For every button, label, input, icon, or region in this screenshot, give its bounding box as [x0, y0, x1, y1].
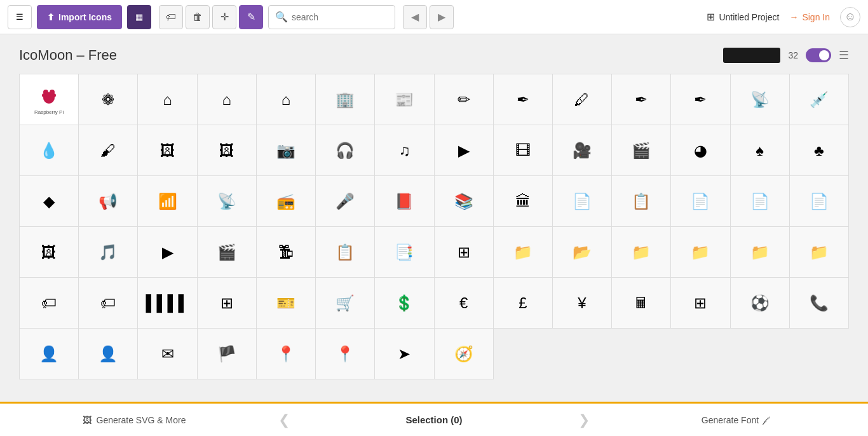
raspberry-pi-logo: Raspberry Pi — [34, 84, 64, 116]
icon-cell-video-camera[interactable]: 🎥 — [553, 125, 612, 176]
icon-cell-qr-code[interactable]: ⊞ — [198, 278, 257, 329]
icon-cell-home-filled[interactable]: ⌂ — [138, 74, 197, 125]
icon-cell-nib[interactable]: ✒ — [494, 74, 553, 125]
library-button[interactable]: ▦ — [127, 5, 151, 29]
icon-cell-file-empty[interactable]: 📄 — [671, 176, 730, 227]
icon-cell-folder-minus[interactable]: 📁 — [671, 227, 730, 278]
icon-cell-film-reel[interactable]: 🎬 — [612, 125, 671, 176]
icon-cell-pacman[interactable]: ◕ — [671, 125, 730, 176]
icon-glyph: 📢 — [98, 194, 118, 209]
delete-toolbar-button[interactable]: 🗑 — [186, 5, 210, 29]
icon-cell-podcast[interactable]: 📡 — [198, 176, 257, 227]
color-swatch[interactable] — [723, 48, 780, 63]
icon-cell-location-outline[interactable]: 📍 — [316, 329, 375, 379]
edit-toolbar-button[interactable]: ✎ — [239, 5, 263, 29]
icon-cell-folder-download[interactable]: 📁 — [731, 227, 790, 278]
icon-cell-location[interactable]: 📍 — [257, 329, 316, 379]
icon-cell-pen-nib[interactable]: ✒ — [612, 74, 671, 125]
icon-cell-compass[interactable]: 🧭 — [435, 329, 494, 379]
icon-cell-broadcast[interactable]: 📡 — [731, 74, 790, 125]
library-icon: ▦ — [135, 12, 143, 22]
icon-cell-file-lines[interactable]: 📄 — [731, 176, 790, 227]
icon-cell-soccer[interactable]: ⚽ — [731, 278, 790, 329]
forward-button[interactable]: ▶ — [430, 5, 454, 29]
icon-glyph: ♣ — [814, 143, 824, 158]
icon-cell-person-outline[interactable]: 👤 — [79, 329, 138, 379]
move-toolbar-button[interactable]: ✛ — [212, 5, 236, 29]
icon-cell-club[interactable]: ♣ — [790, 125, 849, 176]
icon-cell-folder-upload[interactable]: 📁 — [790, 227, 849, 278]
icon-cell-person[interactable]: 👤 — [20, 329, 79, 379]
icon-cell-eyedropper[interactable]: 💉 — [790, 74, 849, 125]
icon-cell-bank[interactable]: 🏛 — [494, 176, 553, 227]
icon-cell-price-tags[interactable]: 🏷 — [79, 278, 138, 329]
icon-cell-home-outline[interactable]: ⌂ — [198, 74, 257, 125]
icon-cell-grid[interactable]: ⊞ — [671, 278, 730, 329]
icon-cell-file-image[interactable]: 🖼 — [20, 227, 79, 278]
icon-cell-file-music[interactable]: 🎵 — [79, 227, 138, 278]
icon-cell-film-strip[interactable]: 🎞 — [494, 125, 553, 176]
icon-cell-raspberry-berry[interactable]: ❁ — [79, 74, 138, 125]
icon-cell-phone[interactable]: 📞 — [790, 278, 849, 329]
icon-cell-envelope[interactable]: ✉ — [138, 329, 197, 379]
icon-cell-folder[interactable]: 📁 — [494, 227, 553, 278]
icon-cell-coin-dollar[interactable]: 💲 — [375, 278, 434, 329]
icon-glyph: 📁 — [691, 245, 710, 260]
icon-cell-vcard[interactable]: 📋 — [612, 176, 671, 227]
icon-cell-feather[interactable]: 🖊 — [553, 74, 612, 125]
icon-cell-pen-alt[interactable]: ✒ — [671, 74, 730, 125]
icon-cell-paint-roller[interactable]: 🖌 — [79, 125, 138, 176]
icon-cell-files-copy[interactable]: 📑 — [375, 227, 434, 278]
icon-cell-images[interactable]: 🖼 — [198, 125, 257, 176]
icon-cell-music-note[interactable]: ♫ — [375, 125, 434, 176]
icon-cell-pencil[interactable]: ✏ — [435, 74, 494, 125]
list-view-icon[interactable]: ☰ — [839, 48, 849, 62]
icon-cell-folder-open[interactable]: 📂 — [553, 227, 612, 278]
icon-cell-stack[interactable]: ⊞ — [435, 227, 494, 278]
icon-cell-ticket[interactable]: 🎫 — [257, 278, 316, 329]
icon-cell-coin-pound[interactable]: £ — [494, 278, 553, 329]
icon-cell-headphones[interactable]: 🎧 — [316, 125, 375, 176]
icon-cell-send[interactable]: ➤ — [375, 329, 434, 379]
menu-button[interactable]: ☰ — [8, 5, 32, 29]
icon-cell-flag[interactable]: 🏴 — [198, 329, 257, 379]
icon-cell-calculator[interactable]: 🖩 — [612, 278, 671, 329]
icon-cell-file-video[interactable]: 🎬 — [198, 227, 257, 278]
icon-cell-barcode[interactable]: ▌▌▌▌ — [138, 278, 197, 329]
icon-cell-file-play[interactable]: ▶ — [138, 227, 197, 278]
tag-toolbar-button[interactable]: 🏷 — [159, 5, 183, 29]
icon-glyph: 📕 — [395, 194, 414, 209]
icon-cell-wifi[interactable]: 📶 — [138, 176, 197, 227]
icon-cell-camera[interactable]: 📷 — [257, 125, 316, 176]
icon-glyph: ◕ — [694, 143, 707, 158]
icon-cell-file-text[interactable]: 📄 — [553, 176, 612, 227]
icon-cell-raspberry-logo[interactable]: Raspberry Pi — [20, 74, 79, 125]
icon-cell-library[interactable]: 📚 — [435, 176, 494, 227]
sign-in-button[interactable]: → Sign In — [789, 12, 830, 22]
icon-cell-microphone[interactable]: 🎤 — [316, 176, 375, 227]
icon-cell-file-copy[interactable]: 📋 — [316, 227, 375, 278]
icon-cell-file-text2[interactable]: 📄 — [790, 176, 849, 227]
icon-cell-home-variant[interactable]: ⌂ — [257, 74, 316, 125]
back-button[interactable]: ◀ — [403, 5, 427, 29]
icon-cell-newspaper[interactable]: 📰 — [375, 74, 434, 125]
icon-cell-spade[interactable]: ♠ — [731, 125, 790, 176]
toggle-switch[interactable] — [806, 48, 831, 62]
icon-cell-coin-euro[interactable]: € — [435, 278, 494, 329]
icon-cell-coin-yen[interactable]: ¥ — [553, 278, 612, 329]
import-icons-button[interactable]: ⬆ Import Icons — [37, 5, 122, 29]
icon-cell-image[interactable]: 🖼 — [138, 125, 197, 176]
icon-cell-price-tag[interactable]: 🏷 — [20, 278, 79, 329]
icon-cell-building[interactable]: 🏢 — [316, 74, 375, 125]
icon-cell-file-zip[interactable]: 🗜 — [257, 227, 316, 278]
search-input[interactable] — [292, 12, 388, 22]
icon-cell-megaphone[interactable]: 📢 — [79, 176, 138, 227]
icon-cell-folder-plus[interactable]: 📁 — [612, 227, 671, 278]
set-title: IcoMoon – Free — [19, 47, 117, 64]
icon-cell-cart[interactable]: 🛒 — [316, 278, 375, 329]
icon-cell-diamond[interactable]: ◆ — [20, 176, 79, 227]
icon-cell-play-circle[interactable]: ▶ — [435, 125, 494, 176]
icon-cell-droplet[interactable]: 💧 — [20, 125, 79, 176]
icon-cell-book[interactable]: 📕 — [375, 176, 434, 227]
icon-cell-radio[interactable]: 📻 — [257, 176, 316, 227]
